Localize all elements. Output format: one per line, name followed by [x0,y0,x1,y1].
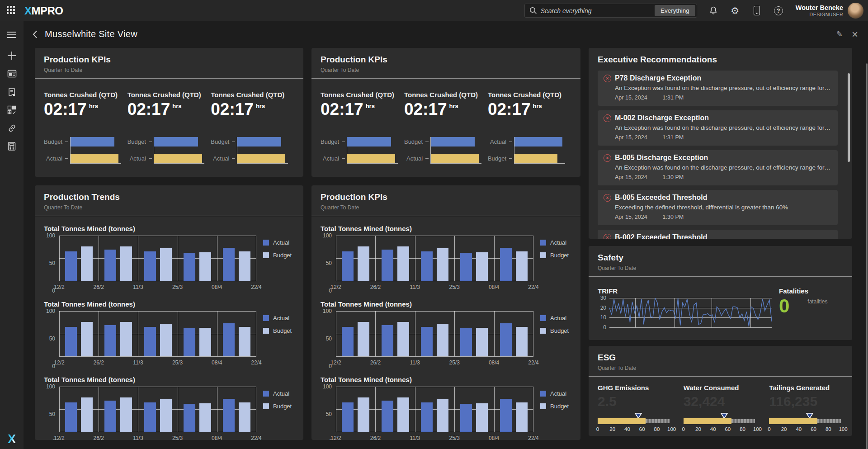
recommendation-card[interactable]: ×B-002 Exceeded Threshold [598,230,838,239]
kpi-card: Tonnes Crushed (QTD)02:17hrsBudgetActual [404,91,488,164]
legend-label: Budget [550,252,569,259]
scale-tick-label: 80 [740,426,745,432]
plot-area [609,298,772,327]
bar-actual [382,401,393,432]
kpi-label: Tonnes Crushed (QTD) [404,91,481,99]
panel-title: ESG [598,346,843,363]
kpi-mini-chart: BudgetActual [44,137,121,164]
dashboards-icon[interactable] [0,65,24,83]
bar-budget [199,328,211,356]
plot-area [336,387,533,432]
legend-label: Budget [273,327,292,334]
recommendation-card[interactable]: ×B-005 Exceeded ThresholdExceeding the d… [598,190,838,225]
panel-title: Production Trends [44,185,294,202]
x-tick-label: 08/4 [212,284,222,290]
page-scrollbar-thumb[interactable] [866,63,868,449]
y-axis: 100500 [44,311,59,366]
bar-actual [144,251,156,281]
kpi-bar-axis [430,137,481,164]
gauge-bar [598,418,672,424]
close-icon: × [852,28,858,40]
alert-circle-x-icon: × [604,75,611,82]
x-tick-label: 26/2 [370,435,381,440]
close-button[interactable]: × [852,29,858,40]
kpi-bar-labels: BudgetActual [211,137,237,164]
recommendation-card[interactable]: ×P78 Discharge ExceptionAn Exception was… [598,71,838,106]
y-axis: 100500 [321,236,336,291]
pages-icon[interactable] [0,101,24,119]
bar-group [454,387,494,432]
search-input[interactable] [541,7,655,14]
global-search[interactable]: Everything [524,4,697,18]
bar-actual [460,253,472,281]
bar-actual [382,325,393,356]
app-grid-icon[interactable] [7,6,17,16]
bar-actual [223,399,235,432]
esg-gauge: GHG Emissions2.5020406080100 [598,384,672,433]
plot-area [336,311,533,356]
list-scrollbar-thumb[interactable] [848,73,850,162]
mobile-button[interactable] [751,5,762,16]
recommendation-time: 1:30 PM [663,214,684,220]
bar-group [336,311,375,356]
bar-group [375,311,415,356]
add-icon[interactable] [0,47,24,65]
reports-icon[interactable] [0,83,24,101]
back-button[interactable] [31,28,39,40]
panel-title: Production KPIs [321,48,571,65]
bar-group [59,236,99,281]
bullet-gauge [598,413,672,425]
user-avatar[interactable] [848,3,863,19]
scale-tick-label: 40 [710,426,716,432]
scale-tick-label: 40 [624,426,630,432]
bar-actual [342,251,354,281]
user-info[interactable]: Wouter Beneke DESIGNUSER [796,4,843,18]
menu-icon[interactable] [0,26,24,44]
trend-chart: Total Tonnes Mined (tonnes)10050012/226/… [44,300,294,366]
edit-icon: ✎ [836,30,843,38]
kpi-bar [71,154,118,163]
x-axis: 12/226/211/325/308/422/4 [336,359,533,366]
bar-group [454,236,494,281]
bar-group [217,236,256,281]
calculator-icon[interactable] [0,137,24,155]
notifications-button[interactable] [708,5,719,16]
column-1: Production KPIsQuarter To DateTonnes Cru… [35,48,303,440]
kpi-bar-track [347,154,398,163]
bar-group [178,387,217,432]
kpi-mini-chart: BudgetActual [127,137,205,164]
bars [336,311,533,356]
edit-button[interactable]: ✎ [836,29,843,39]
x-tick-label: 25/3 [449,359,460,366]
x-tick-label: 25/3 [172,435,183,440]
gauge-fill [769,418,817,424]
links-icon[interactable] [0,119,24,137]
chart-title: Total Tonnes Mined (tonnes) [44,225,294,232]
recommendation-list: ×P78 Discharge ExceptionAn Exception was… [598,71,843,239]
recommendation-title: B-005 Discharge Exception [615,154,708,162]
plot-column: 12/226/211/325/308/422/4 [59,387,256,440]
y-tick-label: 50 [49,260,55,266]
bar-budget [199,403,211,432]
recommendation-card[interactable]: ×M-002 Discharge ExceptionAn Exception w… [598,110,838,146]
bar-budget [437,324,448,356]
y-tick-label: 50 [49,411,55,417]
gauge-label: Water Consumed [684,384,758,392]
legend-item: Budget [540,403,571,410]
kpi-value: 02:17hrs [127,100,205,119]
settings-button[interactable]: ⚙ [730,5,741,16]
kpi-mini-chart: BudgetActual [321,137,398,164]
bar-actual [500,323,512,356]
plot-column: 12/226/211/325/308/422/4 [59,311,256,366]
help-button[interactable]: ? [773,5,784,16]
recommendation-card[interactable]: ×B-005 Discharge ExceptionAn Exception w… [598,150,838,185]
y-tick-label: 100 [323,232,332,239]
bar-budget [81,322,93,356]
scale-tick-label: 20 [781,426,787,432]
legend-swatch [540,391,546,397]
kpi-bar-track [431,154,481,163]
x-tick-label: 12/2 [330,435,341,440]
recommendation-title: M-002 Discharge Exception [615,114,709,122]
search-scope-button[interactable]: Everything [655,5,695,16]
recommendation-date: Apr 15, 2024 [615,214,647,220]
